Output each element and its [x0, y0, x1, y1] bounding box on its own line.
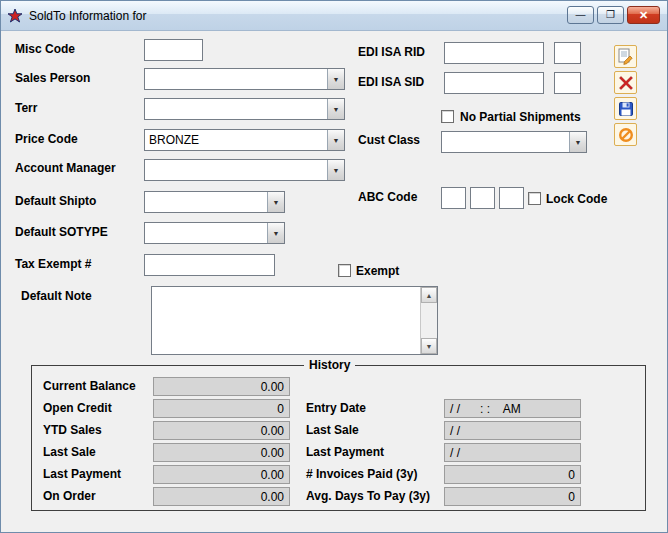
entry-date-label: Entry Date: [306, 401, 366, 415]
window-title: SoldTo Information for: [29, 9, 146, 23]
cust-class-label: Cust Class: [358, 133, 420, 147]
default-shipto-label: Default Shipto: [15, 194, 96, 208]
last-sale-amount-label: Last Sale: [43, 445, 96, 459]
current-balance-label: Current Balance: [43, 379, 136, 393]
on-order-value: 0.00: [153, 487, 290, 506]
terr-label: Terr: [15, 101, 37, 115]
lock-code-label: Lock Code: [546, 192, 607, 206]
last-payment-amount-value: 0.00: [153, 465, 290, 484]
price-code-value: BRONZE: [145, 130, 327, 150]
lock-code-checkbox[interactable]: [528, 192, 541, 205]
maximize-icon: ❐: [606, 10, 615, 20]
edi-isa-rid-label: EDI ISA RID: [358, 45, 425, 59]
tax-exempt-label: Tax Exempt #: [15, 257, 91, 271]
delete-button[interactable]: [614, 71, 637, 94]
account-manager-label: Account Manager: [15, 161, 116, 175]
open-credit-value: 0: [153, 399, 290, 418]
tax-exempt-input[interactable]: [144, 254, 275, 276]
minimize-button[interactable]: —: [567, 6, 594, 24]
price-code-combo[interactable]: BRONZE ▼: [144, 129, 345, 151]
ytd-sales-value: 0.00: [153, 421, 290, 440]
minimize-icon: —: [576, 10, 586, 20]
default-shipto-combo[interactable]: ▼: [144, 191, 285, 213]
avg-days-to-pay-value: 0: [444, 487, 581, 506]
misc-code-label: Misc Code: [15, 42, 75, 56]
current-balance-value: 0.00: [153, 377, 290, 396]
chevron-down-icon[interactable]: ▼: [267, 192, 284, 212]
ytd-sales-label: YTD Sales: [43, 423, 102, 437]
invoices-paid-label: # Invoices Paid (3y): [306, 467, 417, 481]
no-partial-shipments-checkbox[interactable]: [441, 110, 454, 123]
chevron-down-icon[interactable]: ▼: [569, 132, 586, 152]
scroll-up-icon[interactable]: ▲: [421, 287, 437, 303]
exempt-checkbox[interactable]: [338, 264, 351, 277]
edi-isa-sid-label: EDI ISA SID: [358, 75, 424, 89]
delete-x-icon: [618, 75, 634, 91]
abc-code-input-3[interactable]: [499, 187, 524, 209]
last-sale-date-label: Last Sale: [306, 423, 359, 437]
app-icon: [7, 8, 23, 24]
cancel-icon: [618, 127, 634, 143]
edi-isa-rid-qualifier-input[interactable]: [554, 42, 581, 64]
account-manager-combo[interactable]: ▼: [144, 159, 345, 181]
abc-code-input-1[interactable]: [441, 187, 466, 209]
sales-person-combo[interactable]: ▼: [144, 68, 345, 90]
maximize-button[interactable]: ❐: [597, 6, 624, 24]
close-button[interactable]: ✕: [627, 6, 660, 24]
terr-value: [145, 99, 327, 119]
default-shipto-value: [145, 192, 267, 212]
last-payment-amount-label: Last Payment: [43, 467, 121, 481]
last-payment-date-value: / /: [444, 443, 581, 462]
cust-class-combo[interactable]: ▼: [441, 131, 587, 153]
account-manager-value: [145, 160, 327, 180]
misc-code-input[interactable]: [144, 39, 203, 61]
edit-button[interactable]: [614, 45, 637, 68]
note-scrollbar[interactable]: ▲ ▼: [420, 287, 437, 354]
last-payment-date-label: Last Payment: [306, 445, 384, 459]
chevron-down-icon[interactable]: ▼: [327, 69, 344, 89]
no-partial-shipments-label: No Partial Shipments: [460, 110, 581, 124]
edi-isa-rid-input[interactable]: [444, 42, 544, 64]
titlebar[interactable]: SoldTo Information for — ❐ ✕: [1, 1, 667, 31]
terr-combo[interactable]: ▼: [144, 98, 345, 120]
entry-date-value: / / : : AM: [444, 399, 581, 418]
edi-isa-sid-qualifier-input[interactable]: [554, 72, 581, 94]
soldto-information-window: SoldTo Information for — ❐ ✕ Misc Code S…: [0, 0, 668, 533]
window-controls: — ❐ ✕: [567, 6, 660, 24]
abc-code-input-2[interactable]: [470, 187, 495, 209]
invoices-paid-value: 0: [444, 465, 581, 484]
default-note-field: ▲ ▼: [151, 286, 438, 355]
edit-icon: [617, 48, 634, 65]
sales-person-value: [145, 69, 327, 89]
default-sotype-value: [145, 223, 267, 243]
chevron-down-icon[interactable]: ▼: [327, 160, 344, 180]
chevron-down-icon[interactable]: ▼: [327, 99, 344, 119]
close-icon: ✕: [639, 10, 648, 20]
abc-code-label: ABC Code: [358, 190, 417, 204]
default-note-textarea[interactable]: [152, 287, 420, 354]
save-button[interactable]: [614, 97, 637, 120]
default-sotype-label: Default SOTYPE: [15, 225, 108, 239]
last-sale-date-value: / /: [444, 421, 581, 440]
exempt-label: Exempt: [356, 264, 399, 278]
default-note-label: Default Note: [21, 289, 92, 303]
chevron-down-icon[interactable]: ▼: [327, 130, 344, 150]
scroll-down-icon[interactable]: ▼: [421, 338, 437, 354]
on-order-label: On Order: [43, 489, 96, 503]
chevron-down-icon[interactable]: ▼: [267, 223, 284, 243]
sales-person-label: Sales Person: [15, 71, 90, 85]
avg-days-to-pay-label: Avg. Days To Pay (3y): [306, 489, 430, 503]
save-disk-icon: [618, 101, 634, 117]
cancel-button[interactable]: [614, 123, 637, 146]
history-title: History: [304, 358, 355, 372]
edi-isa-sid-input[interactable]: [444, 72, 544, 94]
default-sotype-combo[interactable]: ▼: [144, 222, 285, 244]
cust-class-value: [442, 132, 569, 152]
price-code-label: Price Code: [15, 132, 78, 146]
open-credit-label: Open Credit: [43, 401, 112, 415]
last-sale-amount-value: 0.00: [153, 443, 290, 462]
